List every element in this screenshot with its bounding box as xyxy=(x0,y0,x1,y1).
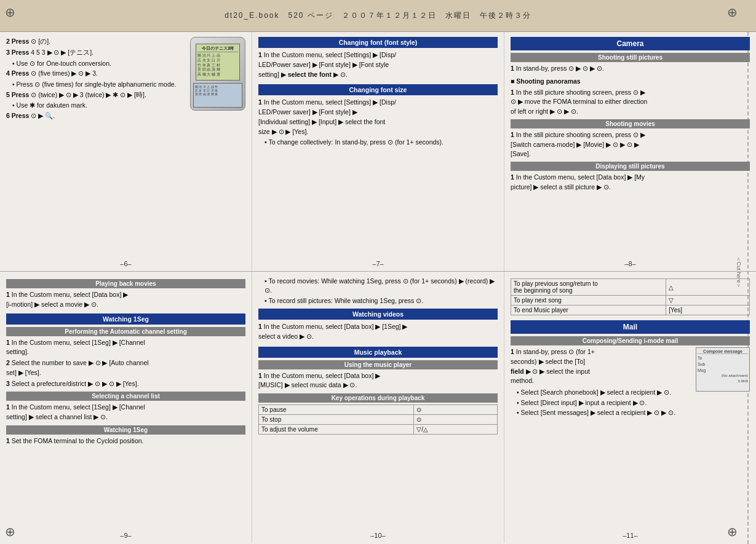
key-ops-table: To pause ⊙ To stop ⊙ To adjust the volum… xyxy=(258,404,498,435)
compose-bullet2: Select [Direct input] ▶ input a recipien… xyxy=(517,398,750,408)
col3-bottom: To play previous song/return tothe begin… xyxy=(504,272,756,543)
col2-bottom: To record movies: While watching 1Seg, p… xyxy=(252,272,504,543)
display-still-heading: Displaying still pictures xyxy=(511,162,750,171)
action-volume: To adjust the volume xyxy=(259,425,414,435)
playback-heading: Playing back movies xyxy=(6,279,245,288)
header-bar: dt20_E.book 520 ページ ２００７年１２月１２日 水曜日 午後２時… xyxy=(0,0,756,32)
step6: 6 Press ⊙ ▶ 🔍. xyxy=(6,111,245,121)
watching1seg-title: Watching 1Seg xyxy=(6,313,245,325)
col3-top: Camera Shooting still pictures 1 In stan… xyxy=(504,32,756,271)
auto-channel-step2: 2 Select the number to save ▶ ⊙ ▶ [Auto … xyxy=(6,358,245,378)
auto-channel-step1: 1 In the Custom menu, select [1Seg] ▶ [C… xyxy=(6,338,245,358)
table-row: To adjust the volume ▽/△ xyxy=(259,425,498,435)
watching1seg-heading2: Watching 1Seg xyxy=(6,425,245,435)
font-size-step1: 1 In the Custom menu, select [Settings] … xyxy=(258,98,498,136)
font-style-step1: 1 In the Custom menu, select [Settings] … xyxy=(258,50,498,79)
page-num-col1-bottom: –9– xyxy=(0,532,252,539)
action-stop: To stop xyxy=(259,415,414,425)
table-row: To pause ⊙ xyxy=(259,405,498,415)
auto-channel-step3: 3 Select a prefecture/district ▶ ⊙ ▶ ⊙ ▶… xyxy=(6,379,245,389)
display-still-step1: 1 In the Custom menu, select [Data box] … xyxy=(511,173,750,192)
col2-top: Changing font (font style) 1 In the Cust… xyxy=(252,32,504,271)
font-style-heading: Changing font (font style) xyxy=(258,37,498,48)
movies-step1: 1 In the still picture shooting screen, … xyxy=(511,130,750,159)
channel-list-step1: 1 In the Custom menu, select [1Seg] ▶ [C… xyxy=(6,403,245,422)
action-next: To play next song xyxy=(511,296,666,306)
phone-screen: 今日のテニス3時 開 治 川 上 品 広 夫 文 口 川 竹 本 真 三 村 宮… xyxy=(196,44,240,81)
action-end: To end Music player xyxy=(511,306,666,315)
action-pause: To pause xyxy=(259,405,414,415)
music-playback-heading: Music playback xyxy=(258,347,498,358)
watching-videos-step1: 1 In the Custom menu, select [Data box] … xyxy=(258,322,498,342)
col1-top: 今日のテニス3時 開 治 川 上 品 広 夫 文 口 川 竹 本 真 三 村 宮… xyxy=(0,32,252,271)
watching1seg-step1: 1 Set the FOMA terminal to the Cycloid p… xyxy=(6,436,245,446)
key-volume: ▽/△ xyxy=(414,425,498,435)
playback-step1: 1 In the Custom menu, select [Data box] … xyxy=(6,290,245,310)
page-num-col3-bottom: –11– xyxy=(504,532,756,539)
bottom-half: Playing back movies 1 In the Custom menu… xyxy=(0,272,756,543)
still-pictures-heading: Shooting still pictures xyxy=(511,53,750,62)
watching-videos-heading: Watching videos xyxy=(258,309,498,320)
page-num-col1-top: –6– xyxy=(0,260,252,267)
key-ops-heading: Key operations during playback xyxy=(258,393,498,403)
top-half: 今日のテニス3時 開 治 川 上 品 広 夫 文 口 川 竹 本 真 三 村 宮… xyxy=(0,32,756,272)
compose-bullet3: Select [Sent messages] ▶ select a recipi… xyxy=(517,408,750,417)
col1-bottom: Playing back movies 1 In the Custom menu… xyxy=(0,272,252,543)
reg-mark-bl: ⊕ xyxy=(5,524,15,539)
page-num-col2-top: –7– xyxy=(252,260,504,267)
header-text: dt20_E.book 520 ページ ２００７年１２月１２日 水曜日 午後２時… xyxy=(225,10,531,21)
phone-image: 今日のテニス3時 開 治 川 上 品 広 夫 文 口 川 竹 本 真 三 村 宮… xyxy=(190,37,245,111)
font-size-bullet: To change collectively: In stand-by, pre… xyxy=(265,138,498,147)
key-end: [Yes] xyxy=(666,306,750,315)
key-next: ▽ xyxy=(666,296,750,306)
table-row: To end Music player [Yes] xyxy=(511,306,750,315)
reg-mark-tr: ⊕ xyxy=(727,5,738,20)
still-step1: 1 In stand-by, press ⊙ ▶ ⊙ ▶ ⊙. xyxy=(511,64,750,74)
mail-title: Mail xyxy=(511,320,750,334)
auto-channel-heading: Performing the Automatic channel setting xyxy=(6,327,245,336)
table-row: To play next song ▽ xyxy=(511,296,750,306)
compose-heading: Composing/Sending i-mode mail xyxy=(511,336,750,345)
music-player-subheading: Using the music player xyxy=(258,360,498,369)
reg-mark-tl: ⊕ xyxy=(5,5,15,20)
table-row: To play previous song/return tothe begin… xyxy=(511,279,750,296)
key-pause: ⊙ xyxy=(414,405,498,415)
table-row: To stop ⊙ xyxy=(259,415,498,425)
key-stop: ⊙ xyxy=(414,415,498,425)
action-prev: To play previous song/return tothe begin… xyxy=(511,279,666,296)
music-cont-table: To play previous song/return tothe begin… xyxy=(511,278,750,315)
channel-list-heading: Selecting a channel list xyxy=(6,392,245,401)
key-prev: △ xyxy=(666,279,750,296)
font-size-heading: Changing font size xyxy=(258,84,498,95)
record-bullet1: To record movies: While watching 1Seg, p… xyxy=(265,277,498,294)
page-num-col2-bottom: –10– xyxy=(252,532,504,539)
panoramas-heading: ■ Shooting panoramas xyxy=(511,77,750,87)
panorama-step1: 1 In the still picture shooting screen, … xyxy=(511,88,750,117)
page-num-col3-top: –8– xyxy=(504,260,756,267)
compose-image: Compose message ToSubMsg (No attachment)… xyxy=(696,347,750,392)
record-bullet2: To record still pictures: While watching… xyxy=(265,296,498,306)
camera-title: Camera xyxy=(511,37,750,50)
music-player-step1: 1 In the Custom menu, select [Data box] … xyxy=(258,371,498,391)
reg-mark-br: ⊕ xyxy=(727,524,738,539)
movies-heading: Shooting movies xyxy=(511,119,750,128)
